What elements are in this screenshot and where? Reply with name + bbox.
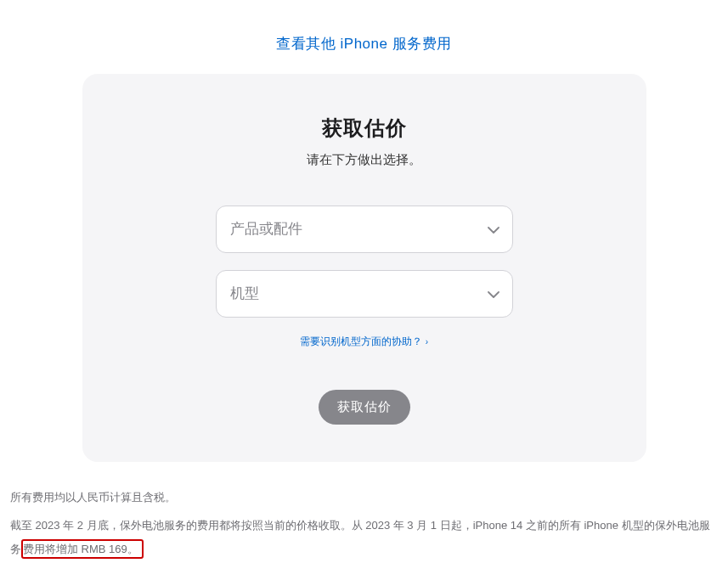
note-price-change: 截至 2023 年 2 月底，保外电池服务的费用都将按照当前的价格收取。从 20… [10, 514, 718, 560]
model-select[interactable] [216, 270, 513, 318]
card-subtitle: 请在下方做出选择。 [116, 152, 612, 168]
chevron-right-icon: › [426, 337, 428, 346]
get-estimate-button[interactable]: 获取估价 [319, 390, 410, 425]
note-tax: 所有费用均以人民币计算且含税。 [10, 486, 718, 509]
estimate-card: 获取估价 请在下方做出选择。 需要识别机型方面的协助？› 获取估价 [82, 74, 646, 462]
identify-model-help-link[interactable]: 需要识别机型方面的协助？› [300, 335, 428, 347]
other-iphone-fees-link[interactable]: 查看其他 iPhone 服务费用 [276, 36, 451, 52]
card-title: 获取估价 [116, 115, 612, 142]
product-select[interactable] [216, 205, 513, 253]
note-price-highlight: 费用将增加 RMB 169。 [21, 539, 144, 559]
help-link-text: 需要识别机型方面的协助？ [300, 335, 422, 347]
